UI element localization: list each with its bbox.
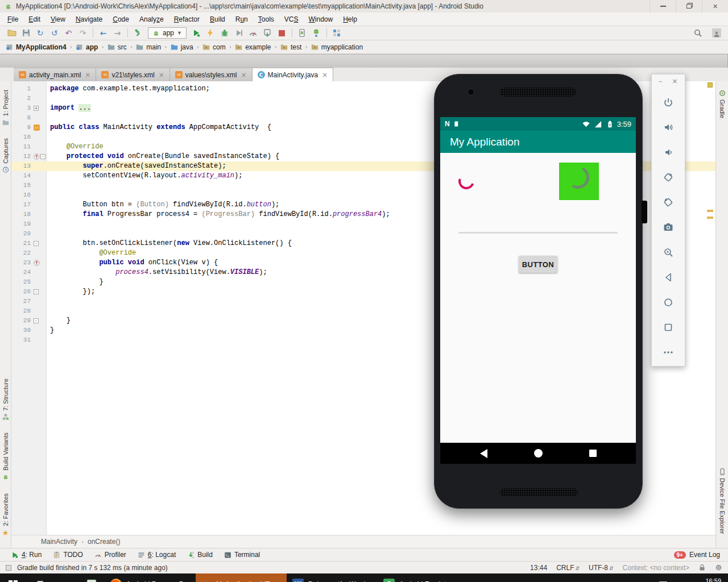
tool-stripe-1-project[interactable]: 1: Project: [2, 90, 9, 126]
tool-stripe-captures[interactable]: Captures: [2, 138, 9, 173]
layout-icon[interactable]: [330, 27, 344, 39]
sdk-icon[interactable]: [309, 27, 324, 39]
menu-code[interactable]: Code: [107, 14, 134, 25]
undo-icon[interactable]: ↶: [61, 27, 76, 39]
menu-run[interactable]: Run: [230, 14, 253, 25]
breadcrumb-myapplication[interactable]: myapplication: [310, 43, 364, 51]
android-back-button[interactable]: [480, 449, 487, 458]
forward-icon[interactable]: →: [110, 27, 125, 39]
save-icon[interactable]: [19, 27, 33, 39]
inspection-status-icon[interactable]: [708, 82, 713, 88]
menu-analyze[interactable]: Analyze: [134, 14, 169, 25]
menu-view[interactable]: View: [46, 14, 71, 25]
emulator-volume-down-button[interactable]: [662, 146, 675, 159]
fold-collapse-icon[interactable]: -: [34, 289, 39, 294]
android-overview-button[interactable]: [589, 450, 597, 457]
open-icon[interactable]: [5, 27, 19, 39]
tab-mainactivity-java[interactable]: CMainActivity.java×: [253, 68, 334, 81]
file-explorer-button[interactable]: [52, 573, 78, 582]
cursor-position[interactable]: 13:44: [530, 564, 547, 572]
lock-icon[interactable]: [698, 564, 706, 571]
tool-stripe-build-variants[interactable]: Build Variants: [2, 433, 9, 480]
toolwindow-6-logcat[interactable]: 6: Logcat: [132, 550, 181, 560]
breadcrumb-app[interactable]: app: [75, 43, 99, 51]
task-view-button[interactable]: [26, 573, 52, 582]
breadcrumb-MyApplication4[interactable]: MyApplication4: [5, 43, 68, 51]
fold-collapse-icon[interactable]: -: [34, 241, 39, 246]
firefox-task-button[interactable]: Android ProgressB...: [105, 573, 196, 582]
breadcrumb-main[interactable]: main: [135, 43, 162, 51]
emulator-more-button[interactable]: [662, 346, 675, 359]
emulator-zoom-button[interactable]: [662, 246, 675, 259]
breadcrumb-java[interactable]: java: [169, 43, 195, 51]
override-gutter-icon[interactable]: [34, 260, 40, 266]
menu-build[interactable]: Build: [205, 14, 230, 25]
tab-v21-styles-xml[interactable]: ‹›v21\styles.xml×: [96, 68, 169, 81]
word-task-button[interactable]: WDokument1 - Word: [287, 573, 378, 582]
gauge-icon[interactable]: [246, 27, 260, 39]
encoding-select[interactable]: UTF-8⇵: [589, 564, 614, 572]
override-gutter-icon[interactable]: [34, 153, 40, 160]
layout-file-gutter-icon[interactable]: ‹›: [34, 124, 40, 131]
tab-values-styles-xml[interactable]: ‹›values\styles.xml×: [170, 68, 253, 81]
tab-activity-main-xml[interactable]: ‹›activity_main.xml×: [14, 68, 96, 81]
minimize-button[interactable]: [650, 0, 676, 13]
menu-vcs[interactable]: VCS: [279, 14, 304, 25]
search-icon[interactable]: [690, 27, 705, 39]
fold-collapse-icon[interactable]: -: [34, 318, 39, 323]
line-ending-select[interactable]: CRLF⇵: [556, 564, 580, 572]
back-icon[interactable]: ←: [96, 27, 110, 39]
scrollbar-warning-mark[interactable]: [707, 217, 713, 219]
emulator-close-button[interactable]: ×: [672, 77, 678, 85]
pinned-app-button[interactable]: [78, 573, 105, 582]
toolwindow-toggle-icon[interactable]: [6, 565, 11, 571]
network-icon[interactable]: [659, 580, 668, 582]
taskbar-clock[interactable]: 16:5903.11.2018: [690, 577, 721, 582]
tool-stripe-gradle[interactable]: Gradle: [719, 90, 726, 118]
android-home-button[interactable]: [534, 449, 543, 458]
avd-icon[interactable]: [295, 27, 309, 39]
restore-button[interactable]: [676, 0, 702, 13]
tool-stripe-2-favorites[interactable]: ★2: Favorites: [2, 493, 9, 537]
avatar-icon[interactable]: [709, 27, 723, 39]
menu-help[interactable]: Help: [338, 14, 362, 25]
tab-close-icon[interactable]: ×: [85, 71, 90, 79]
fold-expand-icon[interactable]: +: [34, 106, 39, 111]
breadcrumb-test[interactable]: test: [279, 43, 303, 51]
hector-inspector-icon[interactable]: [715, 564, 722, 571]
toolwindow-build[interactable]: 0110Build: [181, 550, 218, 560]
menu-file[interactable]: File: [2, 14, 23, 25]
settings-icon[interactable]: ↺: [47, 27, 61, 39]
stop-icon[interactable]: [275, 27, 289, 39]
menu-tools[interactable]: Tools: [253, 14, 279, 25]
attach-icon[interactable]: [260, 27, 275, 39]
tool-stripe-7-structure[interactable]: 7: Structure: [2, 379, 9, 421]
volmute-icon[interactable]: [675, 580, 684, 582]
tab-close-icon[interactable]: ×: [159, 71, 164, 79]
emulator-back-button[interactable]: [662, 271, 675, 284]
emulator-rotate-right-button[interactable]: [662, 196, 675, 209]
event-log-button[interactable]: 9+ Event Log: [674, 551, 722, 559]
run-configuration-select[interactable]: app▼: [148, 27, 187, 39]
fold-collapse-icon[interactable]: -: [40, 154, 46, 159]
tab-close-icon[interactable]: ×: [322, 71, 328, 79]
editor-breadcrumb-0[interactable]: MainActivity: [41, 538, 77, 546]
emulator-home-button[interactable]: [662, 296, 675, 309]
android-studio-task-button[interactable]: ✓MyApplication4 [D:...: [196, 573, 287, 582]
toolwindow-todo[interactable]: TODO: [47, 550, 88, 560]
emulator-minimize-button[interactable]: –: [659, 77, 663, 85]
emulator-rotate-left-button[interactable]: [662, 171, 675, 184]
menu-navigate[interactable]: Navigate: [71, 14, 107, 25]
emulator-screenshot-camera-button[interactable]: [662, 221, 675, 234]
tab-close-icon[interactable]: ×: [241, 71, 247, 79]
emulator-volume-up-button[interactable]: [662, 121, 675, 134]
playgray-icon[interactable]: [232, 27, 246, 39]
menu-refactor[interactable]: Refactor: [169, 14, 205, 25]
close-button[interactable]: ×: [702, 0, 728, 13]
menu-edit[interactable]: Edit: [23, 14, 46, 25]
tool-stripe-device-file-explorer[interactable]: Device File Explorer: [719, 468, 726, 534]
app-button[interactable]: BUTTON: [519, 256, 557, 273]
run-icon[interactable]: [189, 27, 204, 39]
editor-breadcrumb-1[interactable]: onCreate(): [88, 538, 120, 546]
toolwindow-terminal[interactable]: Terminal: [218, 550, 266, 560]
